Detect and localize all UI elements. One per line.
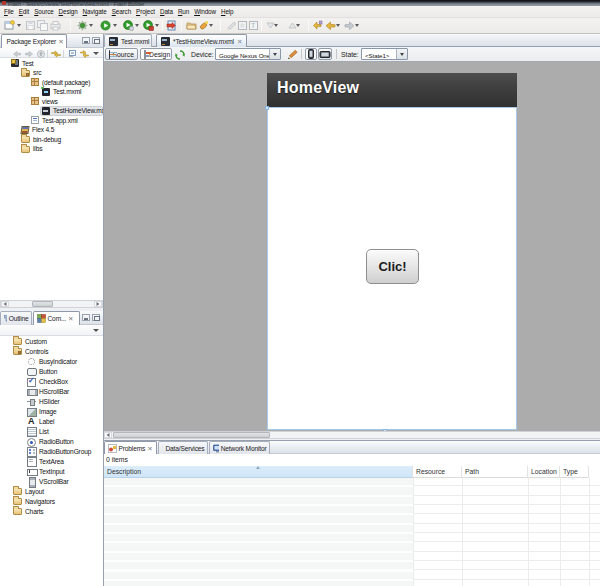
column-header-location[interactable]: Location	[528, 466, 560, 478]
action-bar[interactable]: HomeView	[267, 73, 517, 107]
palette-item-hscrollbar[interactable]: HScrollBar	[0, 386, 103, 396]
new-wizard-icon[interactable]	[4, 20, 15, 31]
portrait-button[interactable]	[305, 48, 317, 60]
column-header-resource[interactable]: Resource	[413, 466, 462, 478]
state-select[interactable]: <State1>	[361, 48, 408, 60]
combo-dropdown-icon[interactable]	[396, 49, 407, 59]
palette-item-checkbox[interactable]: CheckBox	[0, 376, 103, 386]
tab-outline[interactable]: Outline	[0, 311, 32, 325]
tree-item-test-app-xml[interactable]: Test-app.xml	[0, 115, 103, 125]
edit-device-icon[interactable]	[287, 49, 298, 61]
back-icon[interactable]	[325, 20, 336, 31]
text-box-icon[interactable]: T	[248, 20, 259, 31]
box-icon[interactable]	[237, 20, 248, 31]
palette-item-textinput[interactable]: TextInput	[0, 466, 103, 476]
scroll-right-arrow[interactable]	[94, 301, 102, 307]
column-header-type[interactable]: Type	[560, 466, 589, 478]
palette-item-busyindicator[interactable]: BusyIndicator	[0, 356, 103, 366]
export-release-icon[interactable]	[143, 20, 154, 31]
menu-design[interactable]: Design	[56, 6, 80, 17]
design-canvas[interactable]: HomeView Clic!	[104, 62, 600, 431]
maximize-icon[interactable]	[92, 37, 100, 44]
canvas-hscrollbar[interactable]	[104, 431, 600, 439]
palette-folder-custom[interactable]: Custom	[0, 336, 103, 346]
view-content[interactable]: Clic!	[267, 107, 517, 430]
palette-item-vscrollbar[interactable]: VScrollBar	[0, 476, 103, 486]
menu-run[interactable]: Run	[175, 6, 191, 17]
view-menu-icon[interactable]	[93, 329, 99, 332]
palette-folder-charts[interactable]: Charts	[0, 506, 103, 516]
last-edit-location-icon[interactable]	[312, 20, 323, 31]
tree-item-flex-sdk[interactable]: Flex 4.5	[0, 125, 103, 135]
tree-item-testhomeview-mxml[interactable]: TestHomeView.mxml	[0, 106, 103, 116]
menu-search[interactable]: Search	[109, 6, 133, 17]
source-mode-button[interactable]: Source	[105, 48, 138, 60]
maximize-icon[interactable]	[92, 314, 100, 321]
palette-item-radiobuttongroup[interactable]: RadioButtonGroup	[0, 446, 103, 456]
tab-components[interactable]: Com... ✕	[33, 311, 80, 325]
forward-dropdown[interactable]	[355, 24, 359, 27]
menu-data[interactable]: Data	[157, 6, 175, 17]
scrollbar-thumb[interactable]	[32, 301, 53, 307]
print-icon[interactable]	[50, 20, 61, 31]
new-wizard-dropdown[interactable]	[17, 24, 21, 27]
column-header-description[interactable]: Description	[104, 466, 413, 478]
tree-item-views[interactable]: views	[0, 96, 103, 106]
palette-item-radiobutton[interactable]: RadioButton	[0, 436, 103, 446]
palette-item-textarea[interactable]: TextArea	[0, 456, 103, 466]
menu-edit[interactable]: Edit	[16, 6, 31, 17]
tree-item-src[interactable]: src	[0, 68, 103, 78]
menu-source[interactable]: Source	[32, 6, 56, 17]
landscape-button[interactable]	[318, 48, 332, 60]
forward-icon[interactable]	[344, 20, 355, 31]
tab-testhomeview-mxml[interactable]: *TestHomeView.mxml ✕	[156, 34, 247, 47]
minimize-icon[interactable]	[82, 314, 90, 321]
run-icon[interactable]	[100, 20, 111, 31]
scroll-left-arrow[interactable]	[104, 432, 112, 438]
close-icon[interactable]: ✕	[147, 445, 152, 452]
tree-item-bin-debug[interactable]: bin-debug	[0, 134, 103, 144]
close-icon[interactable]: ✕	[58, 38, 63, 45]
tree-item-test-mxml[interactable]: Test.mxml	[0, 87, 103, 97]
menu-help[interactable]: Help	[218, 6, 236, 17]
profile-icon[interactable]	[123, 20, 134, 31]
next-annotation-dropdown[interactable]	[274, 24, 278, 27]
palette-item-hslider[interactable]: HSlider	[0, 396, 103, 406]
export-release-dropdown[interactable]	[155, 24, 159, 27]
prev-annotation-dropdown[interactable]	[296, 24, 300, 27]
close-icon[interactable]: ✕	[237, 38, 242, 45]
palette-item-list[interactable]: List	[0, 426, 103, 436]
menu-file[interactable]: File	[0, 6, 16, 17]
tree-item-libs[interactable]: libs	[0, 144, 103, 154]
profile-dropdown[interactable]	[135, 24, 139, 27]
back-dropdown[interactable]	[336, 24, 340, 27]
package-explorer-hscrollbar[interactable]	[0, 300, 103, 308]
palette-item-image[interactable]: Image	[0, 406, 103, 416]
asdoc-icon[interactable]	[166, 20, 177, 31]
view-menu-icon[interactable]	[93, 52, 99, 55]
clic-button[interactable]: Clic!	[366, 249, 419, 284]
palette-folder-layout[interactable]: Layout	[0, 486, 103, 496]
pencil-icon[interactable]	[226, 20, 237, 31]
palette-folder-navigators[interactable]: Navigators	[0, 496, 103, 506]
selection-handle[interactable]	[265, 106, 269, 110]
run-dropdown[interactable]	[113, 24, 117, 27]
device-select[interactable]: Google Nexus One	[215, 48, 281, 60]
column-header-path[interactable]: Path	[462, 466, 528, 478]
tab-test-mxml[interactable]: Test.mxml	[104, 34, 152, 47]
tree-item-test[interactable]: Test	[0, 58, 103, 68]
menu-navigate[interactable]: Navigate	[80, 6, 109, 17]
scroll-left-arrow[interactable]	[1, 301, 9, 307]
design-mode-button[interactable]: Design	[140, 48, 172, 60]
open-folder-icon[interactable]	[186, 20, 197, 31]
tab-problems[interactable]: Problems ✕	[104, 441, 157, 454]
refresh-icon[interactable]	[175, 50, 185, 61]
combo-dropdown-icon[interactable]	[269, 49, 280, 59]
tab-package-explorer[interactable]: Package Explorer ✕	[1, 34, 67, 48]
menu-window[interactable]: Window	[192, 6, 219, 17]
save-all-icon[interactable]	[37, 20, 48, 31]
palette-item-button[interactable]: Button	[0, 366, 103, 376]
close-icon[interactable]: ✕	[68, 315, 73, 322]
debug-icon[interactable]	[77, 20, 88, 31]
mark-occurrences-icon[interactable]	[198, 20, 209, 31]
